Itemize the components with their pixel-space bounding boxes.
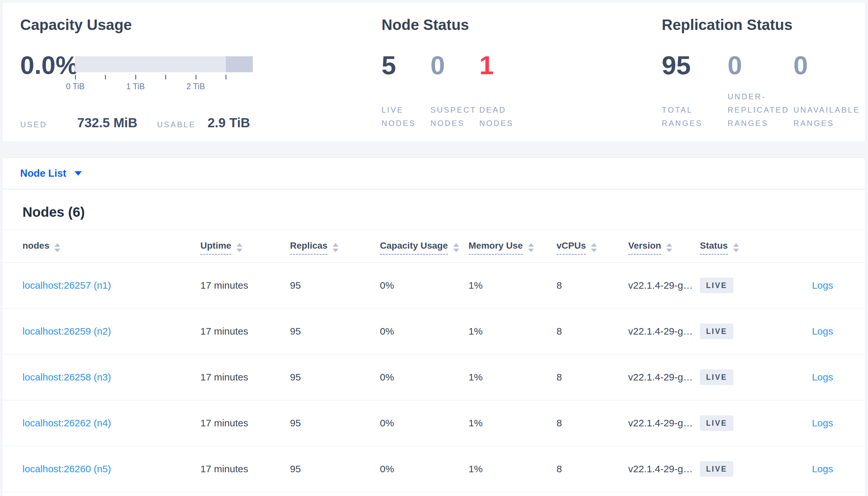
cell-vcpus: 8 — [556, 446, 628, 492]
cell-vcpus: 8 — [556, 400, 628, 446]
sort-icon[interactable] — [733, 243, 739, 252]
cell-node: localhost:26260 (n5) — [2, 446, 200, 492]
cell-logs: Logs — [782, 354, 865, 400]
capacity-tick — [225, 75, 226, 79]
node-list-header-bar: Node List — [2, 158, 865, 189]
column-header-vcpus[interactable]: vCPUs — [556, 230, 628, 263]
replication-status-panel: Replication Status 95TOTAL RANGES0UNDER-… — [646, 2, 865, 142]
logs-link[interactable]: Logs — [812, 326, 833, 337]
cell-logs: Logs — [782, 446, 865, 492]
logs-link[interactable]: Logs — [812, 463, 833, 474]
capacity-tick — [195, 75, 196, 79]
sort-icon[interactable] — [591, 243, 597, 252]
cell-version: v22.1.4-29-g… — [628, 309, 700, 354]
cell-uptime: 17 minutes — [200, 309, 290, 354]
capacity-bar-segment — [226, 56, 253, 72]
capacity-axis-ticks — [75, 75, 253, 80]
cell-memory-use: 1% — [468, 263, 556, 309]
live-badge: LIVE — [700, 461, 733, 477]
stat-value: 1 — [479, 52, 528, 79]
column-header-replicas[interactable]: Replicas — [290, 230, 379, 263]
capacity-tick-label: 2 TiB — [186, 82, 205, 91]
cell-version: v22.1.4-29-g… — [628, 400, 700, 446]
stat-value: 95 — [662, 52, 728, 79]
node-list-dropdown-label: Node List — [20, 168, 66, 179]
cell-memory-use: 1% — [468, 400, 556, 446]
capacity-bar-track — [75, 56, 253, 72]
capacity-tick — [135, 75, 136, 79]
column-header-memory-use[interactable]: Memory Use — [468, 230, 556, 263]
node-link[interactable]: localhost:26259 (n2) — [23, 326, 111, 337]
stat-label: UNAVAILABLE RANGES — [793, 79, 859, 130]
chevron-down-icon — [75, 171, 82, 176]
table-row: localhost:26258 (n3)17 minutes950%1%8v22… — [2, 354, 865, 400]
sort-icon[interactable] — [237, 243, 242, 252]
column-header-nodes[interactable]: nodes — [2, 230, 200, 263]
cell-memory-use: 1% — [468, 309, 556, 354]
logs-link[interactable]: Logs — [812, 280, 833, 291]
table-row: localhost:26262 (n4)17 minutes950%1%8v22… — [2, 400, 865, 446]
cell-status: LIVE — [700, 263, 782, 309]
replication-status-stat: 95TOTAL RANGES — [662, 52, 728, 130]
cell-status: LIVE — [700, 309, 782, 354]
table-row: localhost:26260 (n5)17 minutes950%1%8v22… — [2, 446, 865, 492]
sort-icon[interactable] — [333, 243, 339, 252]
cell-uptime: 17 minutes — [200, 400, 290, 446]
cell-node: localhost:26257 (n1) — [2, 263, 200, 309]
sort-icon[interactable] — [528, 243, 534, 252]
cell-replicas: 95 — [290, 446, 379, 492]
cell-vcpus: 8 — [556, 354, 628, 400]
used-label: USED — [20, 120, 77, 129]
node-link[interactable]: localhost:26258 (n3) — [23, 372, 111, 383]
node-status-stat: 5LIVE NODES — [381, 52, 430, 130]
logs-link[interactable]: Logs — [812, 418, 833, 428]
used-value: 732.5 MiB — [77, 115, 157, 130]
node-link[interactable]: localhost:26262 (n4) — [23, 418, 111, 428]
cell-status: LIVE — [700, 446, 782, 492]
cell-status: LIVE — [700, 354, 782, 400]
cell-logs: Logs — [782, 263, 865, 309]
capacity-tick-label: 0 TiB — [66, 82, 85, 91]
usable-label: USABLE — [157, 120, 208, 129]
sort-icon[interactable] — [55, 243, 60, 252]
live-badge: LIVE — [700, 278, 733, 293]
capacity-usage-panel: Capacity Usage 0.0% 0 TiB1 TiB2 TiB USED… — [2, 2, 365, 142]
capacity-tick — [105, 75, 106, 79]
cell-uptime: 17 minutes — [200, 263, 290, 309]
stat-label: DEAD NODES — [479, 79, 528, 130]
column-header-uptime[interactable]: Uptime — [200, 230, 290, 263]
column-header-capacity-usage[interactable]: Capacity Usage — [379, 230, 468, 263]
logs-link[interactable]: Logs — [812, 372, 833, 383]
table-row: localhost:26257 (n1)17 minutes950%1%8v22… — [2, 263, 865, 309]
cell-memory-use: 1% — [468, 446, 556, 492]
cell-capacity-usage: 0% — [379, 446, 468, 492]
capacity-tick — [75, 75, 76, 79]
node-status-panel: Node Status 5LIVE NODES0SUSPECT NODES1DE… — [365, 2, 646, 142]
table-header-row: nodesUptimeReplicasCapacity UsageMemory … — [2, 230, 865, 263]
column-header-logs — [782, 230, 865, 263]
column-header-version[interactable]: Version — [628, 230, 700, 263]
node-list-dropdown[interactable]: Node List — [20, 168, 82, 179]
cell-vcpus: 8 — [556, 263, 628, 309]
nodes-section-title: Nodes (6) — [23, 204, 865, 220]
sort-icon[interactable] — [666, 243, 672, 252]
live-badge: LIVE — [700, 324, 733, 339]
stat-label: TOTAL RANGES — [662, 79, 728, 130]
capacity-usage-title: Capacity Usage — [20, 16, 365, 33]
node-link[interactable]: localhost:26260 (n5) — [23, 463, 111, 474]
cell-capacity-usage: 0% — [379, 354, 468, 400]
stat-value: 0 — [728, 52, 793, 79]
cell-node: localhost:26259 (n2) — [2, 309, 200, 354]
column-header-status[interactable]: Status — [700, 230, 782, 263]
cell-version: v22.1.4-29-g… — [628, 354, 700, 400]
nodes-table: nodesUptimeReplicasCapacity UsageMemory … — [2, 230, 865, 492]
summary-card: Capacity Usage 0.0% 0 TiB1 TiB2 TiB USED… — [2, 2, 865, 142]
node-link[interactable]: localhost:26257 (n1) — [23, 280, 111, 291]
stat-value: 0 — [430, 52, 479, 79]
cell-logs: Logs — [782, 309, 865, 354]
replication-status-title: Replication Status — [662, 16, 865, 33]
cell-capacity-usage: 0% — [379, 263, 468, 309]
sort-icon[interactable] — [453, 243, 459, 252]
cell-replicas: 95 — [290, 309, 379, 354]
table-row: localhost:26259 (n2)17 minutes950%1%8v22… — [2, 309, 865, 354]
